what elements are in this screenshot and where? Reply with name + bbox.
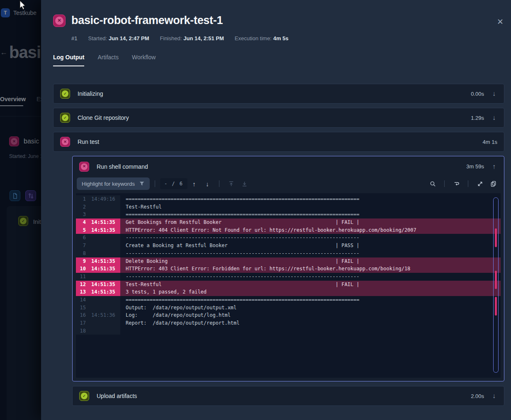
log-viewer[interactable]: 114:49:16===============================… [76, 193, 501, 378]
toolbar-divider [468, 180, 468, 187]
error-position-mark [495, 271, 497, 289]
execution-time-value: 4m 5s [273, 35, 289, 41]
step-duration: 2.00s [471, 393, 484, 399]
started-value: Jun 14, 2:47 PM [109, 35, 149, 41]
execution-number: #1 [71, 35, 77, 41]
drawer-tabs: Log Output Artifacts Workflow [53, 54, 504, 66]
copy-button[interactable] [488, 179, 498, 189]
log-line: 414:51:35Get Bookings from Restful Booke… [76, 218, 501, 226]
log-line: 1314:51:353 tests, 1 passed, 2 failed [76, 288, 501, 296]
log-line: 1614:51:36Log: /data/repo/output/log.htm… [76, 311, 501, 319]
fullscreen-button[interactable] [475, 179, 485, 189]
next-match-button[interactable]: ↓ [202, 179, 212, 189]
execution-meta: #1 Started:Jun 14, 2:47 PM Finished:Jun … [71, 35, 504, 41]
close-button[interactable]: ✕ [495, 17, 505, 27]
error-position-mark [495, 228, 497, 247]
log-line: 15Output: /data/repo/output/output.xml [76, 304, 501, 312]
log-line: 2Test-Restful [76, 203, 501, 211]
x-icon: ✕ [81, 163, 88, 170]
step-duration: 3m 59s [466, 163, 484, 170]
shell-command-card: ✕ Run shell command 3m 59s ↑ Highlight f… [72, 156, 504, 381]
step-duration: 4m 1s [483, 139, 497, 145]
finished-value: Jun 14, 2:51 PM [183, 35, 224, 41]
previous-match-button[interactable]: ↑ [189, 179, 199, 189]
log-toolbar: Highlight for keywords - / 6 ↑ ↓ [73, 177, 504, 193]
word-wrap-button[interactable] [451, 179, 461, 189]
log-line: 514:51:35HTTPError: 404 Client Error: No… [76, 226, 501, 234]
word-wrap-icon [453, 181, 460, 187]
expand-arrow-icon[interactable]: ↓ [491, 90, 497, 97]
step-duration: 1.29s [471, 115, 484, 121]
highlight-keywords-label: Highlight for keywords [82, 181, 135, 187]
check-icon: ✓ [62, 90, 68, 97]
toolbar-divider [219, 180, 219, 187]
steps-list: ✓ Initializing 0.00s ↓ ✓ Clone Git repos… [53, 84, 504, 406]
step-status-icon: ✓ [60, 89, 70, 99]
log-line: 914:51:35Delete Booking | FAIL | [76, 257, 501, 265]
tab-log-output[interactable]: Log Output [53, 54, 84, 66]
check-icon: ✓ [81, 393, 88, 399]
search-button[interactable] [428, 179, 438, 189]
collapse-arrow-icon[interactable]: ↑ [491, 163, 497, 170]
step-row-initializing[interactable]: ✓ Initializing 0.00s ↓ [53, 84, 504, 104]
step-label: Run test [78, 138, 483, 145]
execution-drawer: ✕ basic-robot-framework-test-1 ✕ #1 Star… [41, 0, 511, 420]
log-line: 6---------------------------------------… [76, 234, 501, 242]
log-line: 3=======================================… [76, 211, 501, 218]
step-status-icon: ✓ [60, 113, 70, 123]
log-line: 114:49:16===============================… [76, 195, 501, 203]
arrow-to-bottom-icon [241, 181, 248, 187]
step-label: Run shell command [97, 163, 466, 170]
log-line: 1014:51:35HTTPError: 403 Client Error: F… [76, 265, 501, 273]
finished-field: Finished:Jun 14, 2:51 PM [160, 35, 224, 41]
log-line: 14======================================… [76, 296, 501, 304]
tab-workflow[interactable]: Workflow [132, 54, 156, 66]
scroll-to-top-button[interactable] [226, 179, 236, 189]
log-line: 18 [76, 327, 501, 335]
step-row-run-test[interactable]: ✕ Run test 4m 1s [53, 132, 504, 152]
toolbar-divider [444, 180, 445, 187]
filter-icon [139, 181, 145, 187]
execution-time-label: Execution time: [235, 35, 272, 41]
started-field: Started:Jun 14, 2:47 PM [88, 35, 149, 41]
step-row-clone-git[interactable]: ✓ Clone Git repository 1.29s ↓ [53, 108, 504, 128]
expand-arrow-icon[interactable]: ↓ [491, 114, 497, 121]
expand-arrow-icon[interactable]: ↓ [491, 392, 497, 400]
step-label: Initializing [78, 90, 471, 97]
finished-label: Finished: [160, 35, 182, 41]
highlight-keywords-button[interactable]: Highlight for keywords [77, 177, 150, 190]
search-icon [430, 181, 436, 187]
step-status-icon: ✕ [60, 137, 70, 147]
x-icon: ✕ [55, 17, 63, 25]
check-icon: ✓ [62, 114, 68, 121]
step-row-upload-artifacts[interactable]: ✓ Upload artifacts 2.00s ↓ [72, 386, 504, 406]
scroll-to-bottom-button[interactable] [239, 179, 249, 189]
log-scrollbar[interactable] [493, 197, 499, 373]
started-label: Started: [88, 35, 107, 41]
shell-command-header[interactable]: ✕ Run shell command 3m 59s ↑ [73, 156, 504, 177]
execution-title: basic-robot-framework-test-1 [71, 14, 223, 27]
tab-artifacts[interactable]: Artifacts [97, 54, 119, 66]
step-label: Clone Git repository [78, 114, 471, 121]
execution-time-field: Execution time:4m 5s [235, 35, 289, 41]
step-status-icon: ✓ [79, 391, 89, 401]
log-line: 8---------------------------------------… [76, 250, 501, 257]
execution-status-icon: ✕ [53, 15, 66, 27]
step-label: Upload artifacts [97, 393, 471, 399]
expand-icon [477, 181, 483, 187]
mouse-cursor-icon [17, 0, 26, 12]
copy-icon [490, 181, 496, 187]
log-line: 11--------------------------------------… [76, 273, 501, 281]
match-counter: - / 6 [160, 178, 187, 189]
x-icon: ✕ [62, 138, 68, 145]
step-status-icon: ✕ [79, 162, 89, 172]
log-line: 17Report: /data/repo/output/report.html [76, 319, 501, 327]
arrow-to-top-icon [228, 181, 234, 187]
drawer-header: ✕ basic-robot-framework-test-1 [53, 14, 504, 27]
log-line: 7Create a Booking at Restful Booker | PA… [76, 242, 501, 250]
step-duration: 0.00s [471, 91, 484, 97]
error-position-mark [495, 297, 497, 316]
toolbar-divider [155, 180, 155, 187]
log-line: 1214:51:35Test-Restful | FAIL | [76, 281, 501, 289]
log-lines: 114:49:16===============================… [76, 195, 501, 335]
